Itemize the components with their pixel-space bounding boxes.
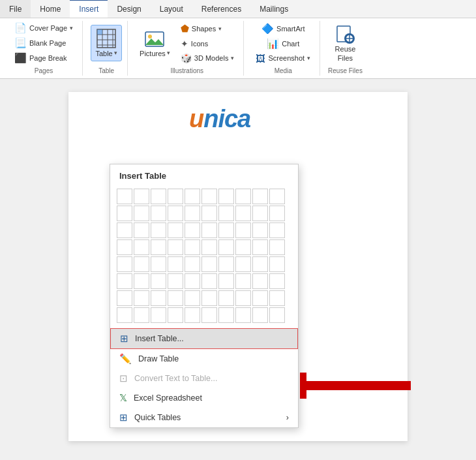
grid-cell[interactable]: [252, 239, 268, 255]
grid-cell[interactable]: [185, 290, 200, 306]
grid-cell[interactable]: [218, 256, 234, 272]
grid-cell[interactable]: [168, 189, 183, 204]
grid-cell[interactable]: [235, 290, 251, 306]
grid-cell[interactable]: [235, 256, 251, 272]
grid-cell[interactable]: [134, 290, 149, 306]
grid-cell[interactable]: [151, 239, 166, 255]
grid-cell[interactable]: [168, 239, 183, 255]
table-button[interactable]: Table ▾: [91, 25, 122, 61]
grid-cell[interactable]: [168, 273, 183, 289]
tab-design[interactable]: Design: [108, 0, 150, 18]
draw-table-menu-item[interactable]: ✏️ Draw Table: [110, 349, 298, 369]
grid-cell[interactable]: [168, 290, 183, 306]
grid-cell[interactable]: [235, 239, 251, 255]
pictures-button[interactable]: Pictures ▾: [136, 25, 174, 61]
grid-cell[interactable]: [218, 189, 234, 204]
grid-cell[interactable]: [269, 239, 285, 255]
grid-cell[interactable]: [134, 273, 149, 289]
grid-cell[interactable]: [185, 189, 200, 204]
grid-cell[interactable]: [252, 273, 268, 289]
grid-cell[interactable]: [201, 189, 217, 204]
grid-cell[interactable]: [117, 307, 132, 323]
blank-page-button[interactable]: 📃 Blank Page: [10, 36, 77, 50]
grid-cell[interactable]: [151, 273, 166, 289]
grid-cell[interactable]: [134, 222, 149, 238]
grid-cell[interactable]: [168, 206, 183, 221]
screenshot-button[interactable]: 🖼 Screenshot ▾: [252, 52, 314, 65]
tab-references[interactable]: References: [192, 0, 250, 18]
grid-cell[interactable]: [201, 256, 217, 272]
shapes-button[interactable]: ⬟ Shapes ▾: [177, 22, 239, 36]
grid-cell[interactable]: [151, 290, 166, 306]
grid-cell[interactable]: [151, 189, 166, 204]
chart-button[interactable]: 📊 Chart: [263, 37, 303, 51]
tab-insert[interactable]: Insert: [70, 0, 108, 18]
grid-cell[interactable]: [218, 290, 234, 306]
grid-cell[interactable]: [168, 222, 183, 238]
grid-cell[interactable]: [185, 206, 200, 221]
grid-cell[interactable]: [252, 222, 268, 238]
grid-cell[interactable]: [269, 256, 285, 272]
table-grid-selector[interactable]: [110, 186, 298, 328]
grid-cell[interactable]: [117, 273, 132, 289]
grid-cell[interactable]: [134, 206, 149, 221]
grid-cell[interactable]: [252, 256, 268, 272]
grid-cell[interactable]: [218, 307, 234, 323]
grid-cell[interactable]: [151, 256, 166, 272]
smartart-button[interactable]: 🔷 SmartArt: [258, 22, 308, 36]
grid-cell[interactable]: [201, 273, 217, 289]
grid-cell[interactable]: [185, 256, 200, 272]
grid-cell[interactable]: [269, 189, 285, 204]
grid-cell[interactable]: [117, 206, 132, 221]
grid-cell[interactable]: [151, 307, 166, 323]
grid-cell[interactable]: [235, 307, 251, 323]
grid-cell[interactable]: [117, 189, 132, 204]
grid-cell[interactable]: [252, 189, 268, 204]
grid-cell[interactable]: [168, 307, 183, 323]
tab-home[interactable]: Home: [31, 0, 70, 18]
grid-cell[interactable]: [269, 222, 285, 238]
grid-cell[interactable]: [117, 290, 132, 306]
grid-cell[interactable]: [269, 273, 285, 289]
grid-cell[interactable]: [218, 206, 234, 221]
grid-cell[interactable]: [269, 290, 285, 306]
grid-cell[interactable]: [185, 273, 200, 289]
grid-cell[interactable]: [269, 307, 285, 323]
grid-cell[interactable]: [151, 222, 166, 238]
insert-table-menu-item[interactable]: ⊞ Insert Table...: [110, 328, 298, 349]
grid-cell[interactable]: [134, 256, 149, 272]
grid-cell[interactable]: [117, 239, 132, 255]
grid-cell[interactable]: [252, 307, 268, 323]
tab-mailings[interactable]: Mailings: [250, 0, 297, 18]
excel-spreadsheet-menu-item[interactable]: 𝕏 Excel Spreadsheet: [110, 388, 298, 408]
grid-cell[interactable]: [235, 206, 251, 221]
3d-models-button[interactable]: 🎲 3D Models ▾: [177, 52, 239, 65]
grid-cell[interactable]: [117, 256, 132, 272]
tab-file[interactable]: File: [0, 0, 31, 18]
grid-cell[interactable]: [201, 222, 217, 238]
grid-cell[interactable]: [252, 206, 268, 221]
reuse-files-button[interactable]: Reuse Files: [329, 21, 361, 66]
tab-layout[interactable]: Layout: [151, 0, 192, 18]
grid-cell[interactable]: [117, 222, 132, 238]
grid-cell[interactable]: [151, 206, 166, 221]
grid-cell[interactable]: [269, 206, 285, 221]
grid-cell[interactable]: [201, 239, 217, 255]
quick-tables-menu-item[interactable]: ⊞ Quick Tables ›: [110, 408, 298, 427]
grid-cell[interactable]: [218, 273, 234, 289]
grid-cell[interactable]: [235, 189, 251, 204]
cover-page-button[interactable]: 📄 Cover Page ▾: [10, 21, 77, 35]
grid-cell[interactable]: [235, 222, 251, 238]
grid-cell[interactable]: [134, 189, 149, 204]
grid-cell[interactable]: [185, 222, 200, 238]
icons-button[interactable]: ✦ Icons: [177, 37, 239, 50]
grid-cell[interactable]: [201, 206, 217, 221]
grid-cell[interactable]: [235, 273, 251, 289]
grid-cell[interactable]: [201, 307, 217, 323]
grid-cell[interactable]: [218, 239, 234, 255]
page-break-button[interactable]: ⬛ Page Break: [10, 51, 77, 65]
grid-cell[interactable]: [218, 222, 234, 238]
grid-cell[interactable]: [185, 307, 200, 323]
grid-cell[interactable]: [201, 290, 217, 306]
grid-cell[interactable]: [185, 239, 200, 255]
